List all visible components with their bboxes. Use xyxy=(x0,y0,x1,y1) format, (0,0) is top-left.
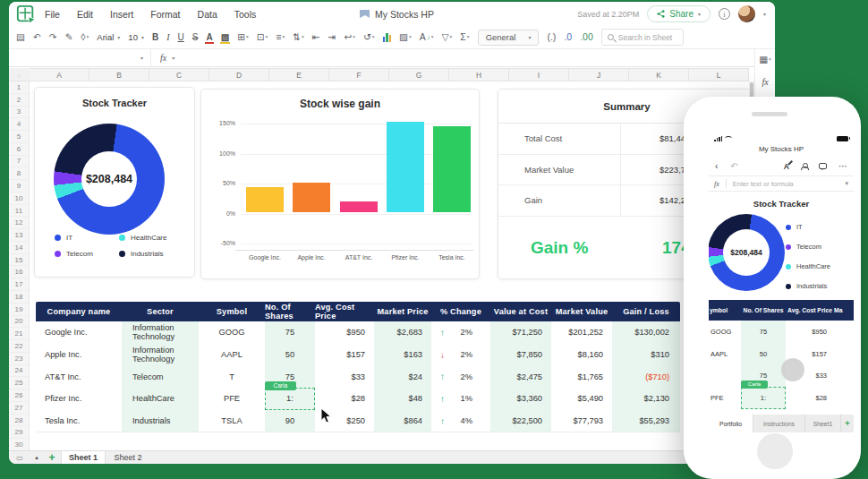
phone-cell[interactable]: $950 xyxy=(786,321,834,343)
table-row[interactable]: Google Inc.Information TechnologyGOOG75$… xyxy=(36,321,680,344)
borders-button[interactable]: ⊞▾ xyxy=(237,32,249,42)
cell-gain-loss[interactable]: $310 xyxy=(612,344,680,366)
phone-cell[interactable] xyxy=(834,321,854,343)
row-header-3[interactable]: 3 xyxy=(9,107,29,119)
column-header-D[interactable]: D xyxy=(209,69,269,81)
bar-apple[interactable] xyxy=(293,183,330,212)
share-button[interactable]: Share ▾ xyxy=(647,5,711,22)
add-sheet-button[interactable]: + xyxy=(43,451,61,464)
menu-data[interactable]: Data xyxy=(198,9,217,20)
app-logo-icon[interactable] xyxy=(16,4,36,24)
bold-button[interactable]: B xyxy=(152,32,158,42)
indent-decrease-icon[interactable]: ⇤ xyxy=(312,32,320,42)
row-header-12[interactable]: 12 xyxy=(9,217,29,229)
menu-edit[interactable]: Edit xyxy=(77,9,93,20)
font-color-button[interactable]: A xyxy=(206,32,212,42)
row-header-14[interactable]: 14 xyxy=(9,242,29,254)
tab-sheet-2[interactable]: Sheet 2 xyxy=(106,451,150,464)
text-wrap-button[interactable]: ↩▾ xyxy=(344,32,355,42)
cell-value-at-cost[interactable]: $22,500 xyxy=(490,410,551,432)
sort-button[interactable]: A↓▾ xyxy=(420,32,434,42)
tab-sheet1[interactable]: Sheet1 xyxy=(805,415,841,432)
cell-symbol[interactable]: GOOG xyxy=(199,321,265,344)
cell-sector[interactable]: Information Technology xyxy=(122,344,199,366)
chevron-down-icon[interactable]: ▾ xyxy=(763,11,766,17)
phone-cell[interactable] xyxy=(834,387,854,409)
functions-button[interactable]: Σ▾ xyxy=(460,32,469,42)
column-header-I[interactable]: I xyxy=(509,69,569,81)
font-size-select[interactable]: 10▾ xyxy=(128,32,144,42)
row-header-17[interactable]: 17 xyxy=(9,278,29,291)
redo-icon[interactable]: ↷ xyxy=(49,32,57,42)
comments-icon[interactable]: ▭ xyxy=(9,451,30,464)
column-header-G[interactable]: G xyxy=(389,69,449,81)
select-all-corner[interactable]: ⁙ xyxy=(9,68,30,81)
row-header-19[interactable]: 19 xyxy=(9,304,29,316)
row-header-29[interactable]: 29 xyxy=(9,426,29,439)
column-header-E[interactable]: E xyxy=(269,69,329,81)
table-row[interactable]: Tesla Inc.IndustrialsTSLA90$250$864↑4%$2… xyxy=(36,410,680,432)
editing-cell[interactable]: 1:Carla xyxy=(265,388,315,410)
row-header-30[interactable]: 30 xyxy=(9,439,29,451)
cell-symbol[interactable]: PFE xyxy=(199,388,265,410)
cell-shares[interactable]: 75 xyxy=(265,321,315,344)
more-icon[interactable]: ⋯ xyxy=(838,162,847,171)
indent-increase-icon[interactable]: ⇥ xyxy=(328,32,336,42)
phone-cell[interactable]: AAPL xyxy=(709,343,741,365)
cell-value-at-cost[interactable]: $7,850 xyxy=(490,344,551,366)
column-header-B[interactable]: B xyxy=(89,69,149,81)
column-header-C[interactable]: C xyxy=(149,69,209,81)
phone-cell[interactable] xyxy=(834,343,854,365)
column-header-J[interactable]: J xyxy=(569,69,629,81)
cell-change[interactable]: ↑2% xyxy=(431,321,490,344)
phone-table-row[interactable]: AAPL50$157 xyxy=(709,343,854,365)
cell-sector[interactable]: Telecom xyxy=(122,365,199,388)
row-header-27[interactable]: 27 xyxy=(9,402,29,415)
phone-cell[interactable]: 50 xyxy=(741,343,786,365)
phone-cell[interactable]: 75 xyxy=(741,321,786,343)
undo-icon[interactable]: ↶ xyxy=(730,162,737,171)
row-header-26[interactable]: 26 xyxy=(9,389,29,402)
cell-shares[interactable]: 1:Carla xyxy=(265,388,315,410)
cell-sector[interactable]: Information Technology xyxy=(122,321,199,344)
menu-file[interactable]: File xyxy=(45,9,60,20)
phone-cell[interactable]: GOOG xyxy=(709,321,741,343)
cell-company[interactable]: Tesla Inc. xyxy=(36,410,122,432)
tab-portfolio[interactable]: Portfolio xyxy=(709,415,753,432)
bar-tesla[interactable] xyxy=(433,126,471,212)
cell-change[interactable]: ↑2% xyxy=(431,365,490,388)
cell-gain-loss[interactable]: $55,293 xyxy=(612,410,680,432)
row-header-22[interactable]: 22 xyxy=(9,340,29,353)
cell-company[interactable]: Apple Inc. xyxy=(36,344,122,366)
merge-cells-button[interactable]: ⊡▾ xyxy=(257,32,268,42)
strikethrough-button[interactable]: S xyxy=(192,32,199,42)
bar-pfizer[interactable] xyxy=(387,122,424,212)
cell-symbol[interactable]: AAPL xyxy=(199,344,265,366)
menu-format[interactable]: Format xyxy=(150,9,180,20)
table-row[interactable]: Pfizer Inc.HealthCarePFE1:Carla$28$48↑1%… xyxy=(36,388,680,410)
vertical-align-button[interactable]: ⇅▾ xyxy=(293,32,304,42)
bar-google[interactable] xyxy=(246,187,284,211)
row-header-11[interactable]: 11 xyxy=(9,205,29,218)
row-header-23[interactable]: 23 xyxy=(9,353,29,365)
cell-company[interactable]: AT&T Inc. xyxy=(36,365,122,388)
fill-color-button[interactable]: ▧ xyxy=(221,32,229,42)
insert-chart-icon[interactable] xyxy=(383,33,392,42)
table-row[interactable]: AT&T Inc.TelecomT75$33$24↑2%$2,475$1,765… xyxy=(36,365,680,388)
filter-button[interactable]: ▽▾ xyxy=(442,32,453,42)
share-user-icon[interactable] xyxy=(801,163,807,169)
row-header-10[interactable]: 10 xyxy=(9,192,29,205)
number-format-select[interactable]: General▾ xyxy=(478,30,540,46)
row-header-5[interactable]: 5 xyxy=(9,131,29,143)
tab-instructions[interactable]: Instructions xyxy=(753,415,805,432)
row-header-13[interactable]: 13 xyxy=(9,229,29,242)
phone-table-row[interactable]: GOOG75$950 xyxy=(709,321,854,343)
row-header-25[interactable]: 25 xyxy=(9,377,29,389)
cell-avg-cost[interactable]: $33 xyxy=(315,365,374,388)
column-header-A[interactable]: A xyxy=(30,69,89,81)
row-header-6[interactable]: 6 xyxy=(9,143,29,156)
cell-symbol[interactable]: T xyxy=(199,365,265,388)
donut-chart[interactable]: $208,484 xyxy=(54,124,165,235)
cell-gain-loss[interactable]: $2,130 xyxy=(612,388,680,410)
row-header-24[interactable]: 24 xyxy=(9,365,29,378)
